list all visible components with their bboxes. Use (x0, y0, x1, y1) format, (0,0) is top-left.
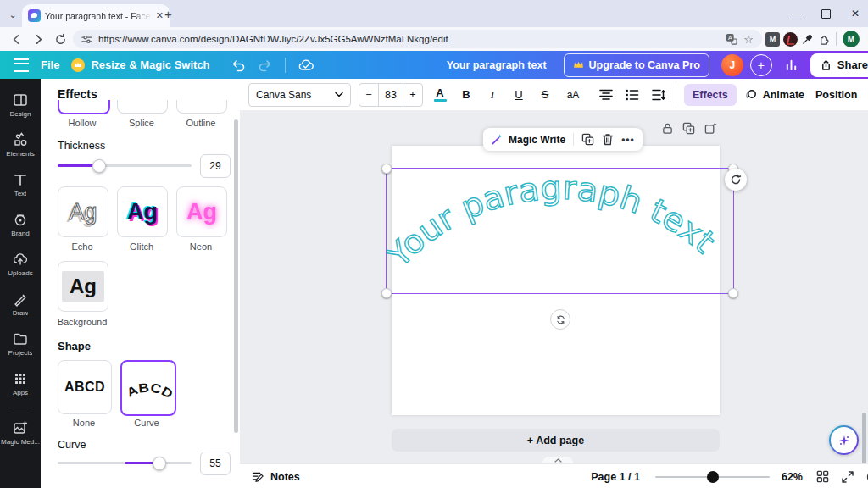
url-bar[interactable]: https://www.canva.com/design/DAGNfDWJiyc… (73, 30, 762, 48)
position-button[interactable]: Position (815, 89, 857, 101)
grid-view-button[interactable] (816, 470, 829, 483)
tab-close-icon[interactable]: ✕ (156, 10, 164, 21)
canvas-area[interactable]: Your paragraph text Magic Write ••• (240, 110, 868, 463)
duplicate-button[interactable] (581, 133, 594, 146)
underline-button[interactable]: U (509, 84, 528, 106)
rotate-handle[interactable] (725, 169, 747, 191)
collapse-toolbar-button[interactable] (542, 457, 573, 463)
sidebar-item-magic-media[interactable]: Magic Med... (0, 413, 41, 452)
spacing-button[interactable] (649, 84, 668, 106)
text-overflow-handle[interactable] (550, 309, 570, 330)
resize-magic-switch-button[interactable]: Resize & Magic Switch (71, 58, 209, 72)
magic-write-button[interactable]: Magic Write (491, 133, 565, 146)
zoom-slider-knob[interactable] (707, 471, 719, 483)
sidebar-item-apps[interactable]: Apps (0, 363, 41, 403)
delete-button[interactable] (602, 133, 614, 146)
magic-media-icon (12, 419, 29, 436)
selection-handle-bottom-left[interactable] (381, 288, 392, 298)
thickness-slider-knob[interactable] (92, 159, 106, 173)
sidebar-item-elements[interactable]: Elements (0, 125, 41, 164)
back-button[interactable] (7, 30, 25, 48)
forward-button[interactable] (29, 30, 47, 48)
effect-style-outline[interactable] (176, 100, 227, 114)
extensions-puzzle-icon[interactable] (817, 33, 830, 46)
effect-tile-echo[interactable]: Ag (58, 186, 108, 237)
font-size-decrease-button[interactable]: − (359, 84, 378, 106)
selection-handle-top-left[interactable] (381, 164, 392, 174)
extension-m-icon[interactable]: M (765, 32, 780, 47)
font-size-increase-button[interactable]: + (403, 84, 422, 106)
duplicate-element-button[interactable] (682, 122, 695, 135)
effect-style-splice[interactable] (117, 100, 168, 114)
site-settings-icon[interactable] (81, 34, 92, 45)
strikethrough-button[interactable]: S (536, 84, 554, 106)
window-scrollbar[interactable] (862, 413, 866, 465)
fullscreen-button[interactable] (842, 471, 854, 483)
zoom-slider[interactable] (655, 476, 770, 478)
bookmark-star-icon[interactable]: ☆ (743, 33, 754, 46)
chevron-down-icon (335, 92, 343, 97)
redo-button[interactable] (258, 58, 273, 73)
panel-scrollbar[interactable] (234, 119, 238, 433)
ai-assistant-button[interactable] (829, 425, 859, 455)
extension-k-icon[interactable] (783, 32, 798, 47)
effect-tile-background[interactable]: Ag (58, 261, 108, 312)
thickness-slider[interactable] (58, 164, 192, 167)
sidebar-item-design[interactable]: Design (0, 85, 41, 125)
analytics-icon[interactable] (784, 58, 798, 72)
add-page-button[interactable]: + Add page (392, 429, 720, 452)
curve-slider-knob[interactable] (153, 457, 166, 470)
browser-tab[interactable]: Your paragraph text - Faceboo ✕ (22, 4, 170, 27)
list-button[interactable] (623, 84, 642, 106)
user-avatar[interactable]: J (721, 54, 743, 76)
effect-tile-neon[interactable]: Ag (176, 186, 227, 237)
undo-button[interactable] (231, 58, 246, 73)
window-minimize-button[interactable] (793, 14, 801, 14)
lock-element-button[interactable] (662, 122, 673, 135)
notes-button[interactable]: Notes (252, 471, 300, 483)
sidebar-item-uploads[interactable]: Uploads (0, 244, 41, 284)
sidebar-item-projects[interactable]: Projects (0, 324, 41, 363)
upgrade-button[interactable]: Upgrade to Canva Pro (564, 53, 709, 77)
text-case-button[interactable]: aA (562, 84, 584, 106)
text-color-button[interactable]: A (431, 84, 449, 106)
share-icon (821, 59, 832, 71)
shape-tile-none[interactable]: ABCD (58, 360, 112, 414)
add-page-quick-button[interactable] (704, 122, 717, 135)
url-text: https://www.canva.com/design/DAGNfDWJiyc… (98, 34, 720, 44)
font-size-value[interactable]: 83 (378, 84, 403, 106)
reload-button[interactable] (51, 30, 70, 48)
sidebar-item-draw[interactable]: Draw (0, 284, 41, 324)
effects-button[interactable]: Effects (684, 84, 737, 106)
eyedropper-icon[interactable] (801, 33, 814, 46)
selection-handle-bottom-right[interactable] (728, 288, 738, 298)
more-options-button[interactable]: ••• (621, 134, 635, 146)
share-button[interactable]: Share (810, 53, 868, 77)
browser-menu-icon[interactable]: ⋮ (863, 33, 868, 46)
curve-slider[interactable] (58, 462, 192, 464)
window-maximize-button[interactable] (821, 9, 831, 19)
tab-search-chevron-icon[interactable]: ⌄ (5, 7, 20, 22)
thickness-value[interactable]: 29 (200, 154, 231, 178)
uploads-icon (12, 251, 29, 268)
alignment-button[interactable] (597, 84, 615, 106)
effect-tile-glitch[interactable]: Ag (117, 186, 168, 237)
font-selector[interactable]: Canva Sans (248, 83, 351, 107)
italic-button[interactable]: I (483, 84, 502, 106)
new-tab-button[interactable]: + (164, 7, 172, 21)
document-title[interactable]: Your paragraph text (447, 59, 547, 71)
file-menu-button[interactable]: File (41, 58, 59, 71)
bold-button[interactable]: B (457, 84, 476, 106)
sidebar-item-text[interactable]: Text (0, 164, 41, 204)
add-member-button[interactable]: + (750, 54, 772, 76)
browser-profile-avatar[interactable]: M (843, 30, 860, 47)
shape-tile-curve[interactable]: ABCD (120, 360, 176, 416)
home-menu-icon[interactable] (14, 58, 29, 72)
curve-value[interactable]: 55 (200, 452, 231, 475)
window-close-button[interactable]: ✕ (851, 8, 860, 19)
effect-style-hollow[interactable] (58, 100, 110, 114)
animate-button[interactable]: Animate (744, 88, 804, 102)
sidebar-item-brand[interactable]: Brand (0, 204, 41, 244)
curved-text-element[interactable]: Your paragraph text (386, 168, 732, 292)
translate-icon[interactable]: A (726, 33, 737, 45)
